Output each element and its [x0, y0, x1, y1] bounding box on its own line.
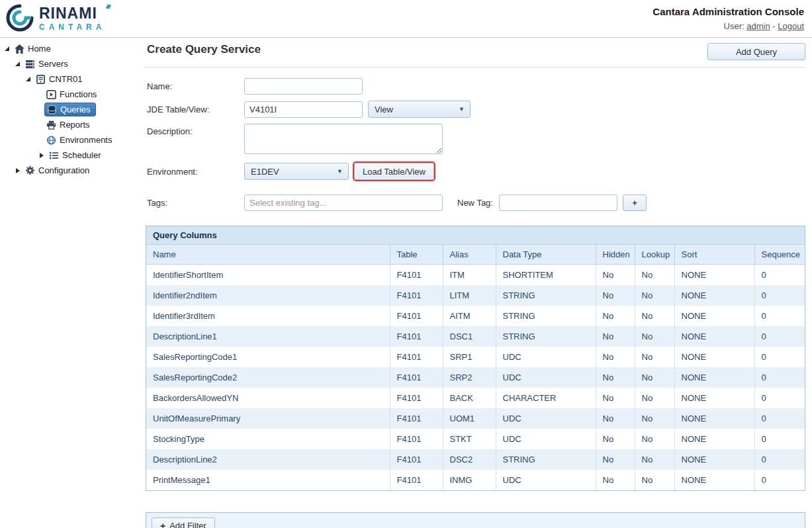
name-input[interactable]	[244, 78, 363, 95]
table-cell: 0	[754, 429, 805, 449]
table-row[interactable]: UnitOfMeasurePrimaryF4101UOM1UDCNoNoNONE…	[146, 408, 805, 429]
column-header: Sequence	[754, 245, 805, 265]
logout-link[interactable]: Logout	[778, 21, 804, 31]
table-cell: F4101	[390, 265, 443, 286]
table-cell: 0	[754, 388, 805, 408]
table-cell: SRP1	[443, 347, 496, 367]
table-row[interactable]: BackordersAllowedYNF4101BACKCHARACTERNoN…	[146, 388, 805, 408]
table-cell: F4101	[390, 367, 443, 388]
reports-icon	[46, 120, 56, 130]
column-header: Alias	[443, 245, 496, 265]
table-cell: No	[596, 388, 635, 408]
tree-expander-icon[interactable]	[3, 44, 11, 53]
title-divider	[145, 67, 805, 67]
user-line: User: admin - Logout	[653, 20, 804, 33]
sidebar-item-configuration[interactable]: Configuration	[0, 163, 144, 178]
table-row[interactable]: SalesReportingCode2F4101SRP2UDCNoNoNONE0	[146, 367, 805, 388]
tags-input[interactable]	[244, 195, 443, 211]
tags-label: Tags:	[147, 198, 244, 208]
table-cell: 0	[754, 285, 805, 306]
table-cell: UDC	[496, 347, 596, 367]
table-cell: 0	[754, 347, 805, 367]
table-cell: No	[635, 470, 674, 490]
query-columns-body: IdentifierShortItemF4101ITMSHORTITEMNoNo…	[146, 265, 805, 491]
table-row[interactable]: DescriptionLine1F4101DSC1STRINGNoNoNONE0	[146, 326, 805, 347]
jde-table-view-label: JDE Table/View:	[147, 105, 244, 114]
load-table-view-button[interactable]: Load Table/View	[354, 163, 434, 180]
tree-expander-icon[interactable]	[37, 151, 46, 159]
sidebar-item-queries[interactable]: Queries	[0, 102, 144, 117]
server-icon	[35, 74, 46, 84]
table-cell: 0	[754, 326, 805, 347]
app-header: RINAMI CANTARA Cantara Administration Co…	[0, 0, 812, 38]
table-cell: StockingType	[146, 429, 390, 449]
environment-select[interactable]: E1DEV ▼	[244, 163, 349, 180]
page-title: Create Query Service	[145, 43, 261, 56]
query-columns-table: NameTableAliasData TypeHiddenLookupSortS…	[146, 245, 805, 490]
table-cell: STRING	[496, 449, 596, 470]
description-textarea[interactable]	[244, 124, 443, 154]
view-type-select[interactable]: View ▼	[368, 101, 471, 118]
home-icon	[14, 44, 24, 54]
table-row[interactable]: Identifier2ndItemF4101LITMSTRINGNoNoNONE…	[146, 285, 805, 306]
table-cell: No	[635, 285, 674, 306]
table-cell: AITM	[443, 306, 496, 326]
plus-icon: +	[160, 521, 165, 528]
table-cell: DescriptionLine1	[146, 326, 390, 347]
table-cell: UnitOfMeasurePrimary	[146, 408, 390, 429]
table-cell: F4101	[390, 306, 443, 326]
table-cell: DescriptionLine2	[146, 449, 390, 470]
sidebar-item-servers[interactable]: Servers	[0, 56, 144, 71]
user-link[interactable]: admin	[746, 21, 770, 31]
table-cell: 0	[754, 470, 805, 490]
tree-expander-icon[interactable]	[13, 166, 22, 175]
table-row[interactable]: SalesReportingCode1F4101SRP1UDCNoNoNONE0	[146, 347, 805, 367]
sidebar-item-functions[interactable]: Functions	[0, 87, 144, 102]
table-cell: No	[635, 429, 674, 449]
sidebar-item-cntr01[interactable]: CNTR01	[0, 71, 144, 87]
table-cell: NONE	[674, 326, 754, 347]
table-row[interactable]: Identifier3rdItemF4101AITMSTRINGNoNoNONE…	[146, 306, 805, 326]
sidebar-item-reports[interactable]: Reports	[0, 117, 144, 132]
table-cell: SRP2	[443, 367, 496, 388]
table-cell: UDC	[496, 470, 596, 490]
jde-table-view-input[interactable]	[244, 101, 363, 118]
table-row[interactable]: StockingTypeF4101STKTUDCNoNoNONE0	[146, 429, 805, 449]
query-columns-header-row: NameTableAliasData TypeHiddenLookupSortS…	[146, 245, 805, 265]
configuration-gear-icon	[24, 165, 35, 175]
new-tag-input[interactable]	[499, 195, 617, 211]
tree-expander-icon[interactable]	[13, 60, 22, 68]
table-cell: Identifier3rdItem	[146, 306, 390, 326]
table-cell: DSC2	[443, 449, 496, 470]
name-label: Name:	[147, 81, 244, 91]
table-row[interactable]: DescriptionLine2F4101DSC2STRINGNoNoNONE0	[146, 449, 805, 470]
chevron-down-icon: ▼	[332, 168, 348, 175]
table-row[interactable]: PrintMessage1F4101INMGUDCNoNoNONE0	[146, 470, 805, 490]
add-filter-button[interactable]: + Add Filter	[152, 517, 215, 528]
queries-icon	[46, 105, 57, 114]
table-cell: UDC	[496, 429, 596, 449]
table-cell: PrintMessage1	[146, 470, 390, 490]
table-cell: NONE	[674, 306, 754, 326]
add-query-button[interactable]: Add Query	[707, 43, 805, 60]
sidebar-item-environments[interactable]: Environments	[0, 132, 144, 148]
column-header: Data Type	[496, 245, 596, 265]
table-cell: 0	[754, 449, 805, 470]
table-cell: No	[635, 388, 674, 408]
table-cell: Identifier2ndItem	[146, 285, 390, 306]
add-tag-button[interactable]: +	[623, 195, 647, 211]
table-cell: F4101	[390, 326, 443, 347]
table-cell: UDC	[496, 408, 596, 429]
sidebar-item-scheduler[interactable]: Scheduler	[0, 148, 144, 163]
sidebar-item-home[interactable]: Home	[0, 41, 144, 56]
table-cell: No	[596, 347, 635, 367]
sidebar-tree: Home Servers	[0, 38, 144, 528]
table-cell: BACK	[443, 388, 496, 408]
table-cell: No	[596, 367, 635, 388]
tree-expander-icon[interactable]	[24, 75, 32, 83]
table-row[interactable]: IdentifierShortItemF4101ITMSHORTITEMNoNo…	[146, 265, 805, 286]
table-cell: F4101	[390, 470, 443, 490]
new-tag-label: New Tag:	[457, 198, 493, 208]
table-cell: ITM	[443, 265, 496, 286]
logo-text-cantara: CANTARA	[39, 23, 105, 31]
